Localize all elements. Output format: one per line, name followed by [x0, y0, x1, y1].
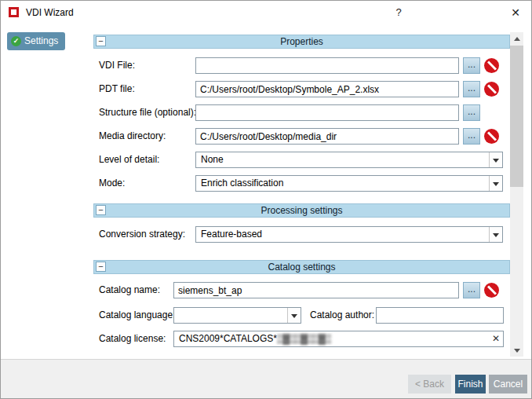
- back-button: < Back: [408, 375, 451, 394]
- section-title: Processing settings: [261, 205, 342, 216]
- catalog-license-input[interactable]: CNS2009*CATALOGS*▒▓▒▒▓▒▒▓▒ ✕: [173, 331, 504, 347]
- mode-value: Enrich classification: [201, 176, 283, 191]
- catalog-license-value: CNS2009*CATALOGS*: [179, 333, 277, 344]
- pdt-file-browse-button[interactable]: ...: [463, 81, 480, 97]
- catalog-name-prohibition-icon[interactable]: [484, 283, 499, 298]
- media-directory-prohibition-icon[interactable]: [484, 129, 499, 144]
- mode-label: Mode:: [99, 175, 125, 192]
- vertical-scrollbar[interactable]: [510, 32, 523, 357]
- section-header-processing: Processing settings: [93, 203, 510, 218]
- level-of-detail-value: None: [201, 152, 224, 167]
- check-circle-icon: ✓: [11, 36, 21, 46]
- media-directory-input[interactable]: [195, 128, 459, 145]
- chevron-down-icon[interactable]: [287, 308, 301, 323]
- section-title: Properties: [280, 36, 323, 47]
- structure-file-browse-button[interactable]: ...: [463, 104, 480, 121]
- media-directory-browse-button[interactable]: ...: [463, 128, 480, 145]
- vdi-file-input[interactable]: [195, 57, 459, 74]
- section-header-catalog: Catalog settings: [93, 260, 510, 274]
- conversion-strategy-label: Conversion strategy:: [99, 226, 185, 243]
- media-directory-label: Media directory:: [99, 128, 166, 145]
- catalog-name-label: Catalog name:: [99, 282, 160, 298]
- catalog-name-input[interactable]: [173, 282, 459, 298]
- catalog-name-browse-button[interactable]: ...: [463, 282, 480, 298]
- clear-license-icon[interactable]: ✕: [492, 331, 500, 346]
- catalog-author-label: Catalog author:: [310, 307, 374, 324]
- catalog-author-input[interactable]: [376, 307, 504, 324]
- scroll-down-button[interactable]: [510, 343, 523, 357]
- mode-select[interactable]: Enrich classification: [195, 175, 503, 192]
- vdi-file-browse-button[interactable]: ...: [463, 57, 480, 74]
- conversion-strategy-value: Feature-based: [201, 227, 262, 242]
- collapse-button-processing[interactable]: −: [96, 205, 106, 215]
- sidebar-item-label: Settings: [24, 32, 58, 50]
- help-button[interactable]: ?: [388, 1, 409, 24]
- pdt-file-prohibition-icon[interactable]: [484, 82, 499, 97]
- chevron-down-icon[interactable]: [489, 152, 502, 167]
- section-title: Catalog settings: [268, 262, 335, 273]
- scroll-up-button[interactable]: [510, 32, 523, 46]
- scroll-thumb[interactable]: [510, 46, 523, 187]
- cancel-button[interactable]: Cancel: [489, 375, 527, 394]
- catalog-language-label: Catalog language:: [99, 307, 175, 324]
- close-button[interactable]: ✕: [504, 1, 527, 24]
- footer-bar: < Back Finish Cancel: [1, 359, 531, 398]
- level-of-detail-label: Level of detail:: [99, 152, 159, 168]
- window-title: VDI Wizard: [26, 1, 74, 24]
- catalog-license-redacted: ▒▓▒▒▓▒▒▓▒: [277, 333, 330, 344]
- structure-file-label: Structure file (optional):: [99, 104, 196, 121]
- pdt-file-label: PDT file:: [99, 81, 135, 97]
- section-header-properties: Properties: [93, 35, 510, 49]
- chevron-down-icon[interactable]: [489, 176, 502, 191]
- collapse-button-catalog[interactable]: −: [96, 262, 106, 272]
- sidebar-item-settings[interactable]: ✓ Settings: [7, 32, 65, 50]
- catalog-license-label: Catalog license:: [99, 331, 166, 347]
- catalog-language-select[interactable]: [173, 307, 301, 324]
- collapse-button-properties[interactable]: −: [96, 36, 106, 46]
- vdi-file-label: VDI File:: [99, 57, 135, 74]
- app-icon: [9, 7, 19, 17]
- vdi-file-prohibition-icon[interactable]: [484, 58, 499, 73]
- title-bar[interactable]: VDI Wizard ? ✕: [1, 1, 531, 24]
- chevron-down-icon[interactable]: [489, 227, 502, 242]
- conversion-strategy-select[interactable]: Feature-based: [195, 226, 503, 243]
- level-of-detail-select[interactable]: None: [195, 152, 503, 168]
- finish-button[interactable]: Finish: [455, 375, 486, 394]
- structure-file-input[interactable]: [195, 104, 459, 121]
- pdt-file-input[interactable]: [195, 81, 459, 97]
